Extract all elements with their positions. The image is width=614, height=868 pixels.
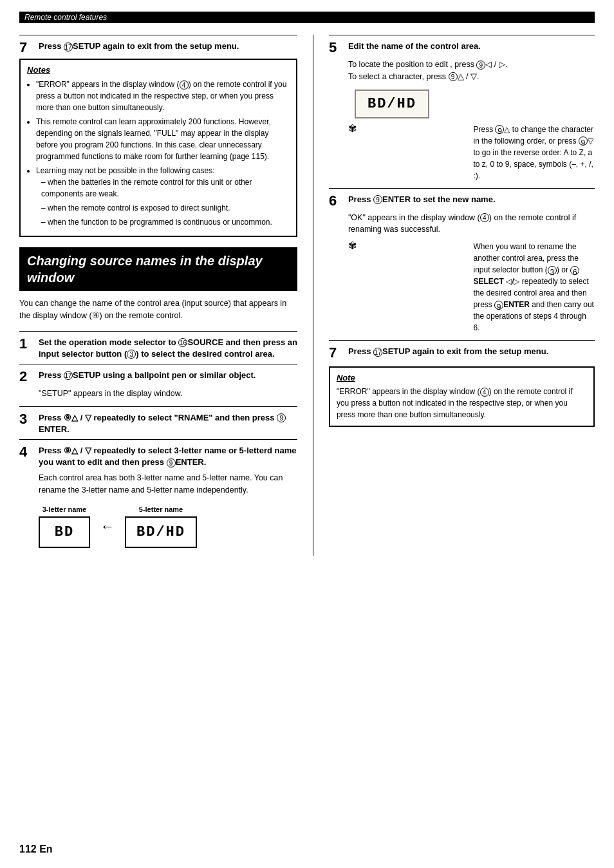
step7-right-num: 7 xyxy=(329,346,343,360)
col-right: 5 Edit the name of the control area. To … xyxy=(313,35,595,556)
lcd-5-box: BD/HD xyxy=(125,516,197,548)
step2-header: 2 Press 17SETUP using a ballpoint pen or… xyxy=(19,364,297,384)
step3-title: Press ⑨△ / ▽ repeatedly to select "RNAME… xyxy=(39,412,297,435)
page-number: 112 En xyxy=(19,844,53,855)
step5-tip-text: Press 9△ to change the character in the … xyxy=(473,124,595,182)
step5-header: 5 Edit the name of the control area. xyxy=(329,35,595,55)
note-sub-3: when the function to be programmed is co… xyxy=(41,216,290,228)
step5-title: Edit the name of the control area. xyxy=(348,41,481,52)
step6-body: "OK" appears in the display window (4) o… xyxy=(348,212,595,334)
display-box-container: 3-letter name BD ← 5-letter name BD/HD xyxy=(39,504,297,549)
col-left: 7 Press 17SETUP again to exit from the s… xyxy=(19,35,313,556)
step6-tip-line: ✾ When you want to rename the another co… xyxy=(348,241,595,334)
lcd-3-text: BD xyxy=(55,522,74,543)
step5-lcd-text: BD/HD xyxy=(367,93,416,115)
step5-lcd: BD/HD xyxy=(355,90,429,118)
step1-title: Set the operation mode selector to 16SOU… xyxy=(39,337,297,360)
notes-title: Notes xyxy=(27,65,290,75)
note-sub-1: when the batteries in the remote control… xyxy=(41,176,290,200)
note-sub-2: when the remote control is exposed to di… xyxy=(41,202,290,214)
note-body-right: "ERROR" appears in the display window (4… xyxy=(337,386,587,420)
step6-title: Press 9ENTER to set the new name. xyxy=(348,194,496,205)
step1-num: 1 xyxy=(19,337,33,351)
top-bar-text: Remote control features xyxy=(24,13,107,22)
step7-right-header: 7 Press 17SETUP again to exit from the s… xyxy=(329,340,595,360)
step2-title: Press 17SETUP using a ballpoint pen or s… xyxy=(39,370,256,381)
page: Remote control features 7 Press 17SETUP … xyxy=(0,0,614,868)
step7-top-title: Press 17SETUP again to exit from the set… xyxy=(39,41,239,52)
step5-tip-line: ✾ Press 9△ to change the character in th… xyxy=(348,124,595,182)
lcd-5-text: BD/HD xyxy=(136,522,185,543)
section-title-text: Changing source names in the display win… xyxy=(27,252,290,286)
note-item-2: This remote control can learn approximat… xyxy=(36,116,290,162)
lcd-3-box: BD xyxy=(39,516,90,548)
step6-num: 6 xyxy=(329,194,343,208)
step1-header: 1 Set the operation mode selector to 16S… xyxy=(19,331,297,360)
step4-num: 4 xyxy=(19,445,33,459)
section-intro: You can change the name of the control a… xyxy=(19,297,297,322)
note-item-3: Learning may not be possible in the foll… xyxy=(36,165,290,228)
note-sublist: when the batteries in the remote control… xyxy=(36,176,290,228)
notes-box-top: Notes "ERROR" appears in the display win… xyxy=(19,59,297,237)
step4-header: 4 Press ⑨△ / ▽ repeatedly to select 3-le… xyxy=(19,439,297,468)
step2-body: "SETUP" appears in the display window. xyxy=(39,388,297,400)
step3-num: 3 xyxy=(19,412,33,426)
note-item-1: "ERROR" appears in the display window (4… xyxy=(36,79,290,113)
step7-right-title: Press 17SETUP again to exit from the set… xyxy=(348,346,548,357)
lcd-5-col: 5-letter name BD/HD xyxy=(125,504,197,549)
two-column-layout: 7 Press 17SETUP again to exit from the s… xyxy=(19,35,595,556)
step7-top-header: 7 Press 17SETUP again to exit from the s… xyxy=(19,35,297,55)
step5-body: To locate the position to edit , press 9… xyxy=(348,59,595,182)
step2-num: 2 xyxy=(19,370,33,384)
top-bar: Remote control features xyxy=(19,12,595,23)
step6-header: 6 Press 9ENTER to set the new name. xyxy=(329,188,595,208)
step3-header: 3 Press ⑨△ / ▽ repeatedly to select "RNA… xyxy=(19,406,297,435)
step7-top-num: 7 xyxy=(19,41,33,55)
step5-num: 5 xyxy=(329,41,343,55)
arrow-right-icon: ← xyxy=(100,516,115,537)
icon-17: 17 xyxy=(64,42,73,52)
label-5-letter: 5-letter name xyxy=(125,504,197,515)
lcd-3-col: 3-letter name BD xyxy=(39,504,90,549)
note-title-right: Note xyxy=(337,373,587,382)
notes-list: "ERROR" appears in the display window (4… xyxy=(27,79,290,228)
note-box-right: Note "ERROR" appears in the display wind… xyxy=(329,366,595,427)
step6-tip-text: When you want to rename the another cont… xyxy=(473,241,595,334)
step4-body: Each control area has both 3-letter name… xyxy=(39,472,297,548)
step4-title: Press ⑨△ / ▽ repeatedly to select 3-lett… xyxy=(39,445,297,468)
section-title-box: Changing source names in the display win… xyxy=(19,247,297,291)
label-3-letter: 3-letter name xyxy=(39,504,90,515)
